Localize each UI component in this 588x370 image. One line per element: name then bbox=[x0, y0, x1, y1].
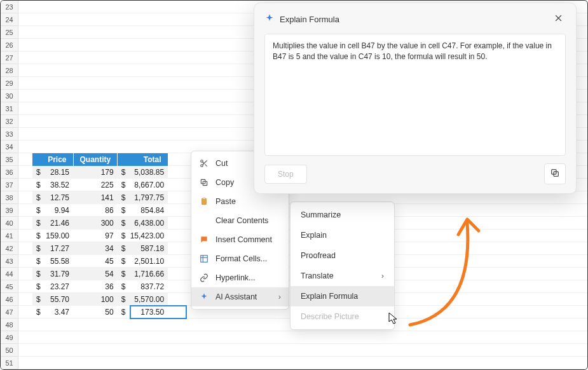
total-cell[interactable]: 5,570.00 bbox=[126, 293, 168, 306]
quantity-cell[interactable]: 50 bbox=[73, 306, 118, 319]
row-header[interactable]: 28 bbox=[1, 64, 18, 77]
copy-button[interactable] bbox=[544, 163, 566, 184]
row-header[interactable]: 25 bbox=[1, 26, 18, 39]
row-header[interactable]: 33 bbox=[1, 128, 18, 140]
quantity-cell[interactable]: 45 bbox=[73, 255, 118, 268]
total-cell[interactable]: 15,423.00 bbox=[126, 230, 168, 242]
total-cell[interactable]: 1,797.75 bbox=[126, 191, 168, 204]
quantity-cell[interactable]: 141 bbox=[73, 191, 118, 204]
quantity-cell[interactable]: 54 bbox=[73, 268, 118, 280]
total-cell[interactable]: 837.72 bbox=[126, 280, 168, 293]
quantity-cell[interactable]: 179 bbox=[73, 166, 118, 179]
row-header[interactable]: 37 bbox=[1, 179, 18, 191]
price-cell[interactable]: 17.27 bbox=[41, 242, 73, 255]
row-header[interactable]: 23 bbox=[1, 1, 18, 13]
row-header[interactable]: 27 bbox=[1, 51, 18, 64]
table-row[interactable]: $28.15179$5,038.85 bbox=[32, 166, 168, 179]
submenu-summarize[interactable]: Summarize bbox=[291, 205, 394, 225]
row-header[interactable]: 42 bbox=[1, 242, 18, 255]
stop-button[interactable]: Stop bbox=[264, 165, 307, 184]
close-button[interactable] bbox=[551, 11, 566, 27]
price-cell[interactable]: 12.75 bbox=[41, 191, 73, 204]
dialog-body[interactable]: Multiplies the value in cell B47 by the … bbox=[264, 34, 566, 156]
currency-symbol: $ bbox=[118, 191, 126, 204]
submenu-explain[interactable]: Explain bbox=[291, 225, 394, 245]
row-header[interactable]: 39 bbox=[1, 204, 18, 217]
submenu-proofread[interactable]: Proofread bbox=[291, 245, 394, 266]
row-header[interactable]: 26 bbox=[1, 39, 18, 51]
menu-insert-comment[interactable]: Insert Comment bbox=[191, 230, 289, 249]
menu-format-cells[interactable]: Format Cells... bbox=[191, 249, 289, 268]
price-cell[interactable]: 31.79 bbox=[41, 268, 73, 280]
col-price[interactable]: Price bbox=[32, 153, 73, 166]
price-cell[interactable]: 3.47 bbox=[41, 306, 73, 319]
quantity-cell[interactable]: 86 bbox=[73, 204, 118, 217]
quantity-cell[interactable]: 100 bbox=[73, 293, 118, 306]
row-header[interactable]: 49 bbox=[1, 331, 18, 344]
quantity-cell[interactable]: 300 bbox=[73, 217, 118, 230]
table-row[interactable]: $3.4750$173.50 bbox=[32, 306, 168, 319]
total-cell[interactable]: 6,438.00 bbox=[126, 217, 168, 230]
row-header[interactable]: 24 bbox=[1, 13, 18, 26]
row-header[interactable]: 47 bbox=[1, 306, 18, 319]
col-total[interactable]: Total bbox=[118, 153, 168, 166]
row-header[interactable]: 32 bbox=[1, 115, 18, 128]
row-header[interactable]: 44 bbox=[1, 268, 18, 280]
table-row[interactable]: $21.46300$6,438.00 bbox=[32, 217, 168, 230]
currency-symbol: $ bbox=[32, 204, 41, 217]
table-row[interactable]: $38.52225$8,667.00 bbox=[32, 179, 168, 191]
table-row[interactable]: $55.70100$5,570.00 bbox=[32, 293, 168, 306]
row-header[interactable]: 40 bbox=[1, 217, 18, 230]
total-cell[interactable]: 854.84 bbox=[126, 204, 168, 217]
chevron-right-icon: › bbox=[278, 292, 281, 301]
price-cell[interactable]: 38.52 bbox=[41, 179, 73, 191]
price-cell[interactable]: 55.70 bbox=[41, 293, 73, 306]
total-cell[interactable]: 1,716.66 bbox=[126, 268, 168, 280]
total-cell[interactable]: 5,038.85 bbox=[126, 166, 168, 179]
menu-paste[interactable]: Paste bbox=[191, 192, 289, 211]
row-header[interactable]: 34 bbox=[1, 140, 18, 153]
row-header[interactable]: 48 bbox=[1, 319, 18, 331]
menu-clear-contents[interactable]: Clear Contents bbox=[191, 211, 289, 230]
table-row[interactable]: $31.7954$1,716.66 bbox=[32, 268, 168, 280]
price-cell[interactable]: 23.27 bbox=[41, 280, 73, 293]
submenu-translate[interactable]: Translate › bbox=[291, 266, 394, 286]
price-cell[interactable]: 9.94 bbox=[41, 204, 73, 217]
row-header[interactable]: 51 bbox=[1, 357, 18, 369]
price-cell[interactable]: 28.15 bbox=[41, 166, 73, 179]
row-header[interactable]: 31 bbox=[1, 102, 18, 115]
table-row[interactable]: $55.5845$2,501.10 bbox=[32, 255, 168, 268]
submenu-explain-formula[interactable]: Explain Formula bbox=[291, 286, 394, 306]
row-header[interactable]: 35 bbox=[1, 153, 18, 166]
total-cell[interactable]: 587.18 bbox=[126, 242, 168, 255]
explain-formula-dialog: Explain Formula Multiplies the value in … bbox=[254, 3, 577, 194]
table-row[interactable]: $9.9486$854.84 bbox=[32, 204, 168, 217]
submenu-explain-label: Explain bbox=[301, 231, 327, 240]
price-cell[interactable]: 55.58 bbox=[41, 255, 73, 268]
table-row[interactable]: $17.2734$587.18 bbox=[32, 242, 168, 255]
row-header[interactable]: 45 bbox=[1, 280, 18, 293]
row-header[interactable]: 46 bbox=[1, 293, 18, 306]
total-cell[interactable]: 173.50 bbox=[126, 306, 168, 319]
table-row[interactable]: $12.75141$1,797.75 bbox=[32, 191, 168, 204]
total-cell[interactable]: 2,501.10 bbox=[126, 255, 168, 268]
col-quantity[interactable]: Quantity bbox=[73, 153, 118, 166]
price-cell[interactable]: 21.46 bbox=[41, 217, 73, 230]
row-header[interactable]: 43 bbox=[1, 255, 18, 268]
row-header[interactable]: 29 bbox=[1, 77, 18, 90]
quantity-cell[interactable]: 34 bbox=[73, 242, 118, 255]
menu-hyperlink[interactable]: Hyperlink... bbox=[191, 268, 289, 287]
row-header[interactable]: 36 bbox=[1, 166, 18, 179]
quantity-cell[interactable]: 225 bbox=[73, 179, 118, 191]
price-cell[interactable]: 159.00 bbox=[41, 230, 73, 242]
total-cell[interactable]: 8,667.00 bbox=[126, 179, 168, 191]
table-row[interactable]: $159.0097$15,423.00 bbox=[32, 230, 168, 242]
row-header[interactable]: 38 bbox=[1, 191, 18, 204]
quantity-cell[interactable]: 36 bbox=[73, 280, 118, 293]
menu-ai-assistant[interactable]: AI Assistant › bbox=[191, 287, 289, 306]
table-row[interactable]: $23.2736$837.72 bbox=[32, 280, 168, 293]
row-header[interactable]: 30 bbox=[1, 90, 18, 102]
quantity-cell[interactable]: 97 bbox=[73, 230, 118, 242]
row-header[interactable]: 50 bbox=[1, 344, 18, 357]
row-header[interactable]: 41 bbox=[1, 230, 18, 242]
